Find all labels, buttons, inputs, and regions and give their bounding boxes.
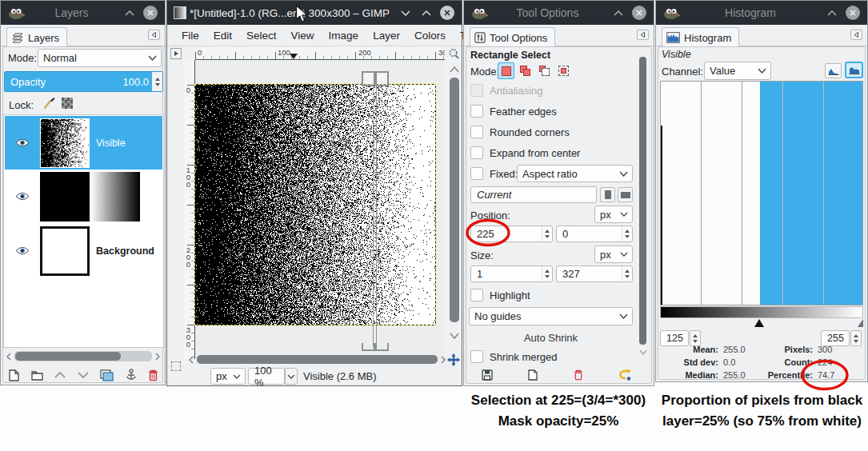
position-x-spinner[interactable] — [542, 226, 552, 241]
guides-select[interactable]: No guides — [469, 307, 633, 325]
layers-titlebar[interactable]: Layers — [1, 1, 165, 25]
tool-options-scrollbar[interactable] — [639, 57, 646, 345]
layer-thumbnail-black[interactable] — [40, 172, 90, 222]
tool-options-scroll-down-arrow[interactable] — [639, 349, 647, 355]
auto-shrink-button[interactable]: Auto Shrink — [469, 329, 633, 345]
layers-hscrollbar-track[interactable] — [14, 351, 152, 361]
navigation-cross-icon[interactable] — [446, 353, 461, 367]
horizontal-ruler[interactable]: 0 100 200 300 — [195, 47, 445, 60]
orientation-portrait-button[interactable] — [600, 187, 615, 202]
lower-layer-button[interactable] — [78, 372, 89, 378]
menu-layer[interactable]: Layer — [366, 30, 407, 42]
tool-options-titlebar[interactable]: Tool Options — [464, 1, 654, 25]
mode-intersect-button[interactable] — [555, 62, 572, 79]
image-canvas[interactable] — [195, 85, 435, 325]
canvas-hscrollbar-handle[interactable] — [197, 355, 438, 364]
histogram-display[interactable] — [660, 81, 863, 305]
size-unit-select[interactable]: px — [594, 245, 633, 263]
opacity-slider[interactable]: Opacity 100.0 — [4, 71, 163, 92]
zoom-select-button[interactable] — [285, 368, 298, 385]
ruler-menu-button[interactable] — [170, 48, 182, 59]
histogram-range-slider[interactable] — [660, 318, 863, 329]
image-window-minimize-button[interactable] — [398, 5, 414, 21]
new-group-button[interactable] — [31, 370, 43, 381]
image-window-close-button[interactable] — [439, 5, 455, 21]
lock-alpha-icon[interactable] — [62, 98, 73, 109]
layer-visibility-toggle[interactable] — [5, 246, 40, 255]
raise-layer-button[interactable] — [54, 372, 66, 378]
image-window-titlebar[interactable]: *[Untitled]-1.0 (RG...ers) 300x300 – GIM… — [167, 1, 462, 25]
shrink-merged-checkbox[interactable] — [470, 350, 483, 363]
fixed-value-input[interactable]: Current — [470, 186, 597, 203]
save-tool-preset-button[interactable] — [482, 369, 493, 381]
tool-options-shade-button[interactable] — [610, 5, 626, 21]
range-high-spinner[interactable] — [850, 330, 862, 346]
duplicate-layer-button[interactable] — [100, 369, 114, 381]
range-low-marker[interactable] — [754, 319, 764, 327]
histogram-dock-menu-button[interactable] — [850, 30, 862, 40]
tab-layers[interactable]: Layers — [6, 27, 67, 47]
histogram-linear-button[interactable] — [825, 63, 842, 78]
menu-edit[interactable]: Edit — [206, 30, 239, 42]
layer-row-background[interactable]: Background — [5, 224, 162, 277]
tab-histogram[interactable]: Histogram — [662, 27, 739, 47]
layer-thumbnail-visible[interactable] — [40, 118, 90, 168]
hscroll-left-arrow[interactable] — [188, 356, 194, 364]
size-width-spinner[interactable] — [542, 266, 552, 281]
layer-visibility-toggle[interactable] — [5, 138, 40, 147]
position-x-input[interactable]: 225 — [470, 226, 553, 242]
menu-select[interactable]: Select — [239, 30, 284, 42]
vscroll-up-arrow[interactable] — [450, 66, 459, 73]
opacity-spinner[interactable] — [152, 72, 162, 91]
quick-mask-toggle[interactable] — [171, 361, 181, 371]
zoom-follow-window-button[interactable] — [448, 48, 460, 60]
layer-thumbnail-background[interactable] — [40, 226, 90, 276]
layer-mode-select[interactable]: Normal — [38, 49, 162, 67]
highlight-checkbox[interactable] — [470, 289, 483, 301]
layers-close-button[interactable] — [142, 5, 158, 21]
reset-tool-options-button[interactable] — [618, 369, 632, 381]
layer-row-visible[interactable]: Visible — [5, 116, 162, 170]
hscroll-right-arrow[interactable] — [440, 356, 446, 364]
expand-from-center-checkbox[interactable] — [470, 146, 483, 159]
zoom-level-field[interactable]: 100 % — [248, 368, 285, 385]
histogram-titlebar[interactable]: Histogram — [656, 1, 867, 25]
mode-replace-button[interactable] — [498, 62, 514, 79]
histogram-log-button[interactable] — [845, 62, 863, 78]
scroll-left-arrow[interactable] — [6, 353, 12, 361]
selection-handle-bottom-right[interactable] — [375, 343, 389, 351]
restore-tool-preset-button[interactable] — [528, 369, 538, 381]
layers-dock-menu-button[interactable] — [148, 30, 160, 40]
tab-tool-options[interactable]: Tool Options — [470, 27, 555, 47]
layer-row-masked[interactable] — [5, 170, 162, 223]
rounded-corners-checkbox[interactable] — [470, 126, 483, 138]
range-high-marker[interactable] — [858, 319, 863, 327]
histogram-close-button[interactable] — [845, 5, 861, 21]
new-layer-button[interactable] — [9, 369, 19, 381]
mode-subtract-button[interactable] — [536, 62, 553, 79]
position-unit-select[interactable]: px — [594, 206, 633, 223]
antialiasing-checkbox[interactable] — [470, 84, 483, 97]
tool-options-close-button[interactable] — [631, 5, 647, 21]
range-high-input[interactable]: 255 — [821, 330, 850, 346]
canvas-vscrollbar-handle[interactable] — [450, 78, 459, 322]
scroll-right-arrow[interactable] — [154, 353, 161, 361]
fixed-checkbox[interactable] — [470, 167, 483, 180]
menu-image[interactable]: Image — [322, 30, 366, 42]
anchor-button[interactable] — [126, 369, 137, 381]
range-low-spinner[interactable] — [690, 330, 701, 346]
tool-options-dock-menu-button[interactable] — [637, 30, 649, 40]
selection-handle-top-right[interactable] — [375, 71, 389, 86]
layers-hscrollbar-handle[interactable] — [15, 352, 121, 361]
size-height-input[interactable]: 327 — [556, 265, 633, 282]
delete-layer-button[interactable] — [148, 369, 158, 381]
channel-select[interactable]: Value — [704, 62, 771, 80]
image-window-maximize-button[interactable] — [418, 5, 434, 21]
size-height-spinner[interactable] — [622, 266, 632, 281]
unit-select[interactable]: px — [210, 368, 246, 385]
vscroll-down-arrow[interactable] — [450, 333, 459, 339]
orientation-landscape-button[interactable] — [618, 187, 633, 202]
histogram-shade-button[interactable] — [824, 5, 840, 21]
position-y-spinner[interactable] — [622, 226, 632, 241]
delete-tool-preset-button[interactable] — [574, 369, 583, 381]
